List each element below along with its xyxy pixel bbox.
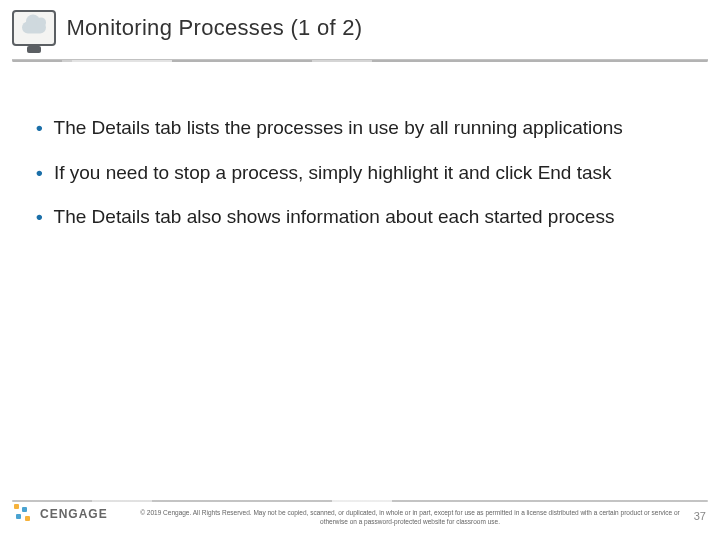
brand-logo-text: CENGAGE: [40, 507, 108, 521]
header-divider: [12, 59, 708, 62]
bullet-item: • If you need to stop a process, simply …: [36, 161, 680, 186]
slide: Monitoring Processes (1 of 2) • The Deta…: [0, 0, 720, 540]
footer-divider: [12, 500, 708, 502]
slide-header: Monitoring Processes (1 of 2): [0, 0, 720, 60]
page-number: 37: [694, 510, 706, 522]
brand-logo: CENGAGE: [14, 504, 108, 524]
cloud-monitor-icon: [12, 10, 56, 46]
bullet-text: The Details tab also shows information a…: [54, 206, 615, 227]
slide-title: Monitoring Processes (1 of 2): [66, 15, 362, 41]
bullet-text: The Details tab lists the processes in u…: [54, 117, 623, 138]
brand-logo-icon: [14, 504, 34, 524]
bullet-dot: •: [36, 162, 43, 183]
bullet-dot: •: [36, 117, 43, 138]
copyright-text: © 2019 Cengage. All Rights Reserved. May…: [140, 509, 680, 526]
bullet-dot: •: [36, 206, 43, 227]
bullet-item: • The Details tab also shows information…: [36, 205, 680, 230]
bullet-text: If you need to stop a process, simply hi…: [54, 162, 612, 183]
slide-body: • The Details tab lists the processes in…: [0, 60, 720, 230]
bullet-item: • The Details tab lists the processes in…: [36, 116, 680, 141]
